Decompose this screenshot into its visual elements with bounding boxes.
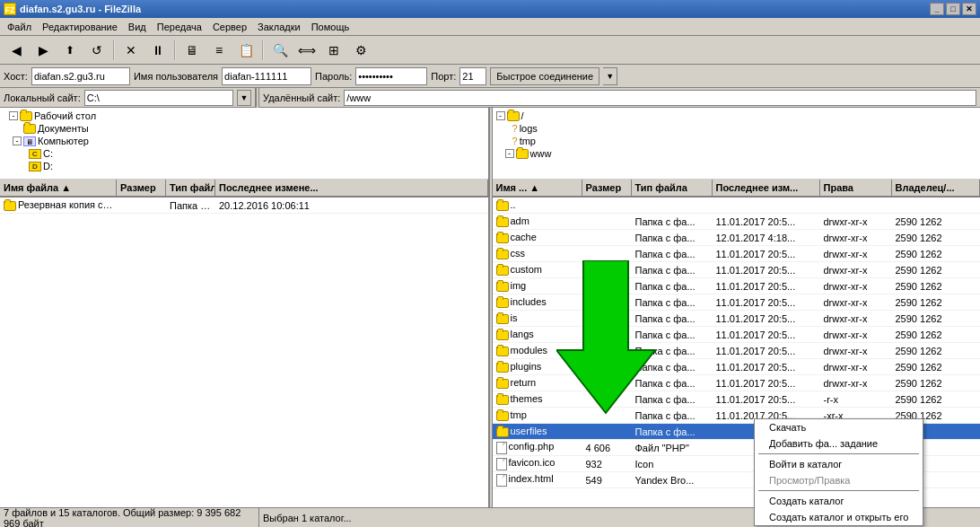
settings-button[interactable]: ⚙	[348, 39, 373, 62]
remote-col-owner[interactable]: Владелец/...	[892, 180, 981, 196]
tree-item-logs[interactable]: ? logs	[496, 122, 977, 135]
tree-item-tmp[interactable]: ? tmp	[496, 135, 977, 147]
table-row[interactable]: img Папка с фа... 11.01.2017 20:5... drw…	[493, 278, 981, 294]
local-file-list: Резервная копия сайта Папка с файла... 2…	[0, 198, 488, 507]
table-row[interactable]: Резервная копия сайта Папка с файла... 2…	[0, 198, 488, 214]
remote-file-name: config.php	[493, 441, 582, 453]
processqueue-button[interactable]: ≡	[206, 39, 232, 62]
pause-button[interactable]: ⏸	[145, 39, 171, 62]
sync-button[interactable]: ⟺	[294, 39, 319, 62]
remote-col-modified[interactable]: Последнее изм...	[713, 180, 820, 196]
local-col-size[interactable]: Размер	[117, 180, 166, 196]
expand-root[interactable]: -	[496, 111, 505, 120]
pass-label: Пароль:	[315, 71, 352, 82]
remote-path-input[interactable]	[344, 90, 976, 106]
username-input[interactable]	[222, 67, 311, 85]
tree-item-drive-d[interactable]: D D:	[4, 160, 485, 172]
table-row[interactable]: is Папка с фа... 11.01.2017 20:5... drwx…	[493, 311, 981, 327]
menu-bookmarks[interactable]: Закладки	[252, 20, 306, 34]
port-input[interactable]	[459, 67, 486, 85]
context-menu-add-to-queue[interactable]: Добавить фа... задание	[755, 435, 923, 452]
host-input[interactable]	[31, 67, 130, 85]
folder-icon	[496, 363, 509, 373]
folder-icon	[496, 217, 509, 227]
menu-server[interactable]: Сервер	[207, 20, 252, 34]
context-menu-view-edit: Просмотр/Правка	[755, 472, 923, 488]
table-row[interactable]: adm Папка с фа... 11.01.2017 20:5... drw…	[493, 214, 981, 230]
drive-d-label: D:	[43, 161, 53, 171]
messages-button[interactable]: 📋	[233, 39, 258, 62]
refresh-button[interactable]: ↺	[84, 39, 109, 62]
local-path-input[interactable]	[84, 90, 233, 106]
context-menu-sep-2	[758, 490, 919, 491]
local-path-dropdown[interactable]: ▼	[237, 90, 251, 106]
context-menu-create-enter-dir[interactable]: Создать каталог и открыть его	[755, 509, 923, 525]
remote-col-name[interactable]: Имя ... ▲	[493, 180, 582, 196]
folder-icon	[496, 250, 509, 259]
remote-col-type[interactable]: Тип файла	[632, 180, 713, 196]
remote-col-rights[interactable]: Права	[820, 180, 892, 196]
table-row[interactable]: cache Папка с фа... 12.01.2017 4:18... d…	[493, 230, 981, 246]
close-button[interactable]: ✕	[962, 3, 976, 15]
expand-www[interactable]: -	[505, 149, 514, 158]
sitemanager-button[interactable]: 🖥	[179, 39, 205, 62]
menu-file[interactable]: Файл	[2, 20, 37, 34]
context-menu-sep-1	[758, 453, 919, 454]
expand-desktop[interactable]: -	[9, 111, 18, 120]
menu-help[interactable]: Помощь	[306, 20, 355, 34]
www-folder-icon	[516, 149, 529, 159]
local-col-name[interactable]: Имя файла ▲	[0, 180, 117, 196]
local-col-type[interactable]: Тип файла	[166, 180, 215, 196]
connect-dropdown[interactable]: ▼	[603, 67, 617, 85]
context-menu-download[interactable]: Скачать	[755, 419, 923, 435]
menu-edit[interactable]: Редактирование	[37, 20, 123, 34]
filter-button[interactable]: 🔍	[267, 39, 293, 62]
remote-col-size[interactable]: Размер	[582, 180, 632, 196]
remote-file-name: img	[493, 280, 582, 292]
table-row[interactable]: modules Папка с фа... 11.01.2017 20:5...…	[493, 343, 981, 359]
compare-button[interactable]: ⊞	[321, 39, 346, 62]
context-menu-create-dir[interactable]: Создать каталог	[755, 493, 923, 509]
stop-button[interactable]: ✕	[118, 39, 144, 62]
tree-item-root[interactable]: - /	[496, 110, 977, 122]
tree-item-computer[interactable]: - 🖥 Компьютер	[4, 135, 485, 147]
tree-item-documents[interactable]: Документы	[4, 122, 485, 135]
table-row[interactable]: themes Папка с фа... 11.01.2017 20:5... …	[493, 391, 981, 408]
remote-file-name: userfiles	[493, 426, 582, 437]
back-button[interactable]: ◀	[4, 39, 29, 62]
table-row[interactable]: return Папка с фа... 11.01.2017 20:5... …	[493, 375, 981, 391]
context-menu-enter-dir[interactable]: Войти в каталог	[755, 456, 923, 472]
minimize-button[interactable]: _	[930, 3, 944, 15]
desktop-folder-icon	[20, 111, 32, 121]
folder-icon	[496, 233, 509, 243]
connect-button[interactable]: Быстрое соединение	[490, 67, 599, 85]
toolbar: ◀ ▶ ⬆ ↺ ✕ ⏸ 🖥 ≡ 📋 🔍 ⟺ ⊞ ⚙	[0, 36, 980, 65]
root-label: /	[521, 110, 524, 121]
local-file-header: Имя файла ▲ Размер Тип файла Последнее и…	[0, 180, 488, 198]
remote-file-name: includes	[493, 296, 582, 308]
menu-view[interactable]: Вид	[123, 20, 152, 34]
table-row[interactable]: plugins Папка с фа... 11.01.2017 20:5...…	[493, 359, 981, 375]
drive-c-label: C:	[43, 148, 53, 159]
table-row[interactable]: custom Папка с фа... 11.01.2017 20:5... …	[493, 262, 981, 278]
documents-folder-icon	[23, 124, 36, 134]
toolbar-sep-2	[174, 40, 176, 60]
table-row[interactable]: ..	[493, 198, 981, 214]
local-path-label: Локальный сайт:	[4, 92, 81, 103]
maximize-button[interactable]: □	[946, 3, 960, 15]
up-button[interactable]: ⬆	[57, 39, 83, 62]
root-folder-icon	[507, 111, 520, 121]
password-input[interactable]	[355, 67, 427, 85]
tree-item-drive-c[interactable]: C C:	[4, 147, 485, 160]
remote-file-name: modules	[493, 345, 582, 356]
table-row[interactable]: includes Папка с фа... 11.01.2017 20:5..…	[493, 294, 981, 311]
toolbar-sep-3	[262, 40, 264, 60]
local-col-modified[interactable]: Последнее измене...	[215, 180, 488, 196]
table-row[interactable]: css Папка с фа... 11.01.2017 20:5... drw…	[493, 246, 981, 262]
menu-transfer[interactable]: Передача	[152, 20, 207, 34]
tree-item-www[interactable]: - www	[496, 147, 977, 160]
table-row[interactable]: langs Папка с фа... 11.01.2017 20:5... d…	[493, 327, 981, 343]
tree-item-desktop[interactable]: - Рабочий стол	[4, 110, 485, 122]
forward-button[interactable]: ▶	[31, 39, 56, 62]
expand-computer[interactable]: -	[13, 136, 22, 145]
